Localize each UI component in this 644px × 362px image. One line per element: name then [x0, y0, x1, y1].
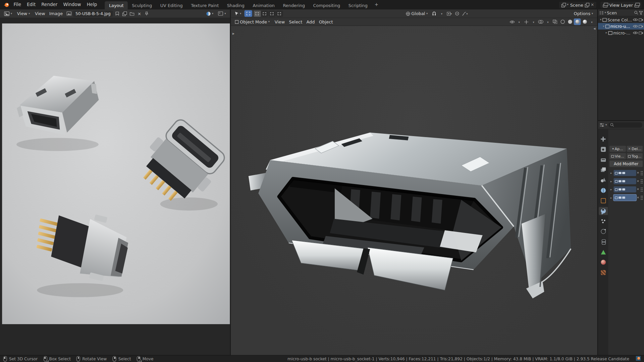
proportional-falloff-dropdown[interactable]: ▾	[462, 10, 469, 17]
shading-material-button[interactable]	[574, 18, 581, 25]
unlink-image-icon[interactable]: ×	[136, 10, 143, 17]
drag-handle-icon[interactable]	[641, 195, 641, 196]
viewport-menu[interactable]: View	[273, 18, 287, 25]
properties-tab[interactable]	[599, 227, 608, 235]
properties-tab[interactable]	[599, 248, 608, 256]
outliner-row[interactable]: Scene Collection	[598, 16, 644, 23]
workspace-tab[interactable]: Shading	[223, 1, 249, 9]
object-visibility-dropdown[interactable]	[508, 18, 516, 25]
options-dropdown[interactable]: Options▾	[572, 11, 595, 16]
show-render-icon[interactable]	[622, 172, 625, 174]
image-name-field[interactable]: 50-USB-B-5-4.jpg	[73, 10, 113, 16]
properties-tab[interactable]	[599, 197, 608, 205]
select-mode-new-button[interactable]	[254, 10, 261, 16]
outliner-row[interactable]: micro-usb-b_socket-1	[598, 29, 644, 36]
modifier-header-chip[interactable]	[613, 170, 636, 176]
viewport-canvas[interactable]: ▸ ◂	[231, 26, 597, 355]
modifier-header-chip[interactable]	[613, 186, 636, 192]
disable-render-camera-icon[interactable]	[639, 24, 643, 28]
properties-tab[interactable]	[599, 135, 608, 143]
viewport-menu[interactable]: Add	[304, 18, 317, 25]
modifier-row[interactable]: ▸ ×	[609, 194, 643, 201]
add-modifier-button[interactable]: Add Modifier	[609, 161, 643, 167]
pin-icon[interactable]	[144, 10, 150, 17]
expand-arrow-icon[interactable]: ▸	[609, 196, 613, 199]
shading-dropdown-chevron[interactable]: ▾	[589, 18, 595, 25]
topbar-menu[interactable]: Help	[84, 0, 100, 9]
workspace-tab[interactable]: Animation	[249, 1, 279, 9]
image-mode-dropdown[interactable]: View▾	[15, 9, 32, 17]
show-render-icon[interactable]	[622, 197, 625, 199]
image-editor-menu[interactable]: View	[33, 9, 47, 17]
topbar-menu[interactable]: Render	[39, 0, 60, 9]
remove-modifier-button[interactable]: ×	[637, 188, 639, 191]
show-viewport-icon[interactable]	[619, 188, 622, 190]
new-scene-icon[interactable]	[585, 3, 589, 7]
workspace-tab[interactable]: Rendering	[279, 1, 309, 9]
expand-arrow-icon[interactable]	[602, 24, 605, 28]
modifier-header-chip[interactable]	[613, 178, 636, 184]
blender-logo-icon[interactable]	[2, 1, 10, 8]
filter-icon[interactable]	[639, 11, 643, 14]
proportional-editing-toggle[interactable]	[453, 10, 461, 17]
toggle-button[interactable]: Tog...	[627, 153, 643, 159]
modifier-row[interactable]: ▸ ×	[609, 186, 643, 193]
topbar-menu[interactable]: Window	[60, 0, 84, 9]
drag-handle-icon[interactable]	[641, 187, 641, 188]
properties-tab[interactable]	[599, 207, 608, 215]
open-image-icon[interactable]	[129, 10, 136, 17]
properties-tab[interactable]	[599, 176, 608, 184]
new-view-layer-icon[interactable]	[635, 3, 639, 7]
properties-tab[interactable]	[599, 156, 608, 164]
fake-user-icon[interactable]	[114, 10, 121, 17]
outliner-editor-icon[interactable]	[599, 11, 604, 14]
properties-tab[interactable]	[599, 268, 608, 277]
display-channels-dropdown[interactable]: ▾	[204, 11, 216, 16]
image-editor-menu[interactable]: Image	[47, 9, 65, 17]
outliner-row[interactable]: micro-usb-b socket	[598, 23, 644, 30]
visibility-dropdown-chevron[interactable]: ▾	[516, 18, 523, 25]
new-image-icon[interactable]	[121, 10, 128, 17]
snap-target-dropdown[interactable]: ▾	[446, 10, 453, 17]
hide-eye-icon[interactable]	[633, 18, 638, 21]
hide-eye-icon[interactable]	[633, 31, 638, 35]
topbar-menu[interactable]: Edit	[24, 0, 39, 9]
drag-handle-icon[interactable]	[641, 179, 641, 180]
search-icon[interactable]	[634, 11, 638, 15]
disable-render-camera-icon[interactable]	[639, 31, 643, 35]
view-layer-selector[interactable]: View Layer	[601, 1, 642, 8]
viewport-menu[interactable]: Object	[317, 18, 335, 25]
workspace-tab[interactable]: Compositing	[309, 1, 344, 9]
image-editor-canvas[interactable]	[0, 18, 230, 355]
unlink-scene-icon[interactable]: ×	[591, 3, 594, 7]
show-render-icon[interactable]	[622, 188, 625, 190]
shading-solid-button[interactable]	[567, 18, 574, 25]
snap-toggle-button[interactable]	[431, 10, 438, 17]
remove-modifier-button[interactable]: ×	[637, 171, 639, 175]
show-viewport-icon[interactable]	[619, 180, 622, 182]
show-viewport-icon[interactable]	[619, 172, 622, 174]
expand-arrow-icon[interactable]: ▸	[609, 171, 613, 175]
properties-tab[interactable]	[599, 217, 608, 225]
workspace-tab[interactable]: Texture Paint	[187, 1, 223, 9]
expand-arrow-icon[interactable]	[599, 18, 602, 21]
snap-settings-dropdown[interactable]: ▾	[438, 10, 445, 17]
remove-modifier-button[interactable]: ×	[637, 196, 639, 199]
mode-dropdown[interactable]: Object Mode ▾	[233, 18, 272, 25]
properties-tab[interactable]	[599, 186, 608, 194]
properties-tab[interactable]	[599, 166, 608, 174]
drag-handle-icon[interactable]	[641, 171, 641, 172]
properties-tab[interactable]	[599, 238, 608, 246]
shading-rendered-button[interactable]	[581, 18, 588, 25]
expand-arrow-icon[interactable]: ▸	[609, 180, 613, 183]
image-settings-dropdown[interactable]: ▾	[216, 11, 228, 15]
select-mode-extend-button[interactable]	[261, 10, 268, 16]
modifier-row[interactable]: ▸ ×	[609, 178, 643, 185]
outliner-display-mode[interactable]: Scen	[607, 10, 617, 15]
expand-arrow-icon[interactable]	[604, 31, 608, 35]
xray-toggle[interactable]	[552, 18, 559, 25]
gizmo-dropdown-chevron[interactable]: ▾	[530, 18, 537, 25]
properties-search-input[interactable]	[608, 122, 642, 128]
remove-modifier-button[interactable]: ×	[637, 179, 639, 183]
show-render-icon[interactable]	[622, 180, 625, 182]
